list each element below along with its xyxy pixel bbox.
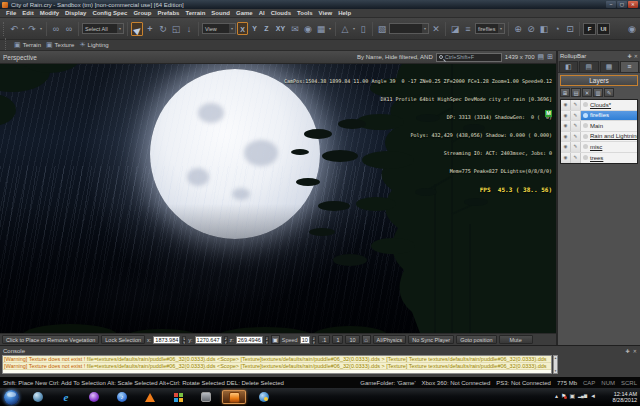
z-spinner[interactable]: ▴▾	[265, 336, 269, 344]
delete-layer-icon[interactable]: ✕	[582, 88, 592, 97]
layer-row-misc[interactable]: ◉ ✎ misc	[561, 142, 637, 153]
axis-z-button[interactable]: Z	[261, 22, 272, 35]
pin-icon[interactable]: ✚	[628, 53, 632, 59]
speed-field[interactable]: 10	[300, 336, 310, 344]
menu-game[interactable]: Game	[233, 10, 256, 16]
mute-button[interactable]: Mute	[499, 335, 533, 344]
axis-x-button[interactable]: X	[237, 22, 248, 35]
rotate-tool-button[interactable]: ↻	[157, 22, 169, 36]
action-center-flag-icon[interactable]: ⚑	[561, 392, 566, 399]
redo-dropdown-icon[interactable]: ▾	[39, 22, 43, 36]
menu-display[interactable]: Display	[62, 10, 89, 16]
speed-preset-01-button[interactable]: .1	[318, 335, 331, 344]
x-spinner[interactable]: ▴▾	[182, 336, 186, 344]
material-icon[interactable]: ◪	[449, 22, 461, 36]
layer-row-main[interactable]: ◉ ✎ Main	[561, 121, 637, 132]
taskbar-paint-icon[interactable]	[252, 390, 276, 404]
tray-window-icon[interactable]: ▣	[569, 392, 575, 399]
generate-terrain-button[interactable]: ▣ Terrain	[14, 41, 41, 49]
axis-y-button[interactable]: Y	[249, 22, 260, 35]
viewport-resolution[interactable]: 1439 x 700	[505, 54, 535, 60]
y-coordinate-field[interactable]: 1270.647	[195, 336, 222, 344]
link-icon[interactable]: ∞	[50, 22, 62, 36]
no-sync-player-button[interactable]: No Sync Player	[408, 335, 454, 344]
tab-objects[interactable]: ◧	[559, 61, 578, 72]
axis-xy-button[interactable]: XY	[273, 22, 288, 35]
usable-toggle-icon[interactable]: ✎	[571, 142, 581, 152]
generate-texture-button[interactable]: ▣ Texture	[46, 41, 74, 49]
lock-axis-icon[interactable]: ▣	[271, 335, 280, 344]
getphysics-icon[interactable]: ◧	[538, 22, 550, 36]
redo-icon[interactable]: ↷	[26, 22, 38, 36]
console-scrollbar[interactable]: ▲ ▼	[553, 355, 558, 374]
speaker-icon[interactable]: ◄	[590, 393, 596, 399]
flowgraph-button[interactable]: F	[583, 23, 596, 35]
pin-icon[interactable]: ✚	[626, 348, 630, 354]
visibility-toggle-icon[interactable]: ◉	[561, 142, 571, 152]
lock-selection-button[interactable]: Lock Selection	[101, 335, 145, 344]
layer-row-fireflies[interactable]: ◉ ✎ fireflies	[561, 111, 637, 122]
viewport-title[interactable]: Perspective	[3, 54, 37, 61]
select-object-icon[interactable]: ▧	[376, 22, 388, 36]
visibility-toggle-icon[interactable]: ◉	[561, 153, 571, 164]
ai-physics-button[interactable]: AI/Physics	[373, 335, 407, 344]
select-tool-button[interactable]: ▶	[131, 22, 143, 36]
new-layer-icon[interactable]: ⊞	[560, 88, 570, 97]
viewport-search-input[interactable]: Ctrl+Shift+F	[436, 53, 502, 62]
tab-layers[interactable]: ≡	[620, 61, 639, 72]
eye-icon[interactable]: ◉	[302, 22, 314, 36]
z-coordinate-field[interactable]: 269.4946	[236, 336, 263, 344]
start-button[interactable]	[4, 390, 19, 405]
reset-physics-icon[interactable]: ◔	[551, 22, 563, 36]
select-all-combo[interactable]: Select All ▾	[82, 23, 124, 34]
close-icon[interactable]: ✕	[634, 53, 638, 59]
resolution-icon[interactable]: ▤	[538, 53, 545, 61]
layer-row-clouds[interactable]: ◉ ✎ Clouds*	[561, 100, 637, 111]
lighting-button[interactable]: ☀ Lighting	[79, 41, 108, 49]
scale-tool-button[interactable]: ◱	[170, 22, 182, 36]
speed-preset-1-button[interactable]: 1	[332, 335, 343, 344]
tab-display[interactable]: ▦	[600, 61, 619, 72]
usable-toggle-icon[interactable]: ✎	[571, 132, 581, 142]
taskbar-vlc-icon[interactable]	[138, 390, 162, 404]
mail-icon[interactable]: ✉	[289, 22, 301, 36]
menu-view[interactable]: View	[316, 10, 336, 16]
console-log-list[interactable]: [Warning] Texture does not exist ! file=…	[2, 355, 552, 374]
layer-stack-icon[interactable]: ≡	[462, 22, 474, 36]
vegetation-mode-button[interactable]: Click to Place or Remove Vegetation	[2, 335, 99, 344]
current-layer-combo[interactable]: fireflies ▾	[475, 23, 505, 34]
tab-terrain[interactable]: ▤	[579, 61, 598, 72]
undo-dropdown-icon[interactable]: ▾	[21, 22, 25, 36]
ui-editor-button[interactable]: UI	[597, 23, 610, 35]
minimize-button[interactable]: –	[606, 1, 616, 8]
visibility-toggle-icon[interactable]: ◉	[561, 111, 571, 121]
tray-expand-icon[interactable]: ▴	[555, 392, 558, 399]
unlink-icon[interactable]: ∞	[63, 22, 75, 36]
menu-clouds[interactable]: Clouds	[268, 10, 294, 16]
visibility-toggle-icon[interactable]: ◉	[561, 121, 571, 131]
y-spinner[interactable]: ▴▾	[224, 336, 228, 344]
menu-file[interactable]: File	[3, 10, 19, 16]
usable-toggle-icon[interactable]: ✎	[571, 111, 581, 121]
grid-dropdown-icon[interactable]: ▾	[328, 22, 332, 36]
taskbar-media-icon[interactable]	[82, 390, 106, 404]
usable-toggle-icon[interactable]: ✎	[571, 100, 581, 110]
maximize-button[interactable]: ▢	[617, 1, 627, 8]
usable-toggle-icon[interactable]: ✎	[571, 153, 581, 164]
menu-ai[interactable]: AI	[256, 10, 268, 16]
menu-group[interactable]: Group	[130, 10, 154, 16]
goto-position-button[interactable]: Goto position	[456, 335, 496, 344]
taskbar-sandbox-icon[interactable]	[222, 390, 246, 404]
ruler-tool-icon[interactable]: ⊡	[564, 22, 576, 36]
menu-config-spec[interactable]: Config Spec	[89, 10, 130, 16]
close-icon[interactable]: ✕	[633, 348, 637, 354]
physics-tool-icon[interactable]: ⊕	[512, 22, 524, 36]
menu-help[interactable]: Help	[335, 10, 354, 16]
layer-row-trees[interactable]: ◉ ✎ trees	[561, 153, 637, 164]
menu-prefabs[interactable]: Prefabs	[154, 10, 182, 16]
filter-mode-label[interactable]: By Name, Hide filtered, AND	[357, 54, 433, 60]
speed-preset-10-button[interactable]: 10	[345, 335, 359, 344]
follow-terrain-icon[interactable]: ⌂	[362, 335, 371, 344]
menu-modify[interactable]: Modify	[37, 10, 62, 16]
new-folder-icon[interactable]: ▤	[571, 88, 581, 97]
